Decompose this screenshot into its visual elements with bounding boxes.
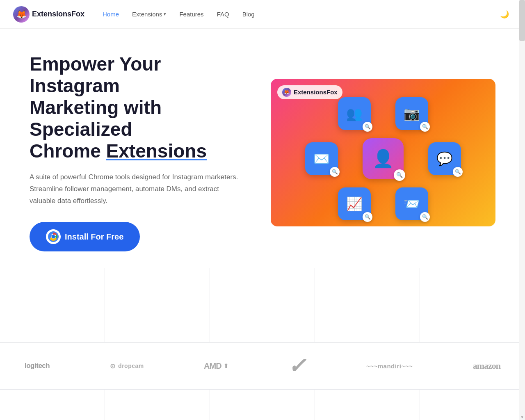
install-btn-label: Install For Free	[65, 232, 123, 242]
illustration-logo-icon: 🦊	[282, 88, 291, 97]
grid-cell-3	[210, 268, 315, 342]
logo-icon: 🦊	[13, 6, 30, 23]
extension-icons-wrapper: 👥 🔍 📷 🔍 ✉️ 🔍 👤 🔍	[271, 79, 495, 226]
chevron-down-icon: ▾	[164, 11, 166, 17]
hero-right: 🦊 ExtensionsFox 👥 🔍 📷 🔍	[271, 79, 495, 226]
scrollbar-thumb[interactable]	[519, 0, 525, 41]
chat-ext-icon: 💬 🔍	[428, 142, 461, 175]
logo-text: ExtensionsFox	[32, 10, 84, 18]
nav-link-faq[interactable]: FAQ	[212, 7, 234, 21]
brands-section: logitech ⊙ dropcam AMD ⬆ ✓ ~~~mandiri~~~…	[0, 342, 525, 389]
dm-ext-icon: ✉️ 🔍	[305, 142, 338, 175]
profile-center-ext-icon: 👤 🔍	[363, 138, 404, 179]
followers-ext-icon: 👥 🔍	[338, 97, 371, 130]
bottom-divider-grid	[0, 389, 525, 420]
bottom-grid-cell-1	[0, 390, 105, 420]
icons-row-2: ✉️ 🔍 👤 🔍 💬 🔍	[305, 138, 461, 179]
nav-logo[interactable]: 🦊 ExtensionsFox	[13, 6, 84, 23]
nav-item-features[interactable]: Features	[174, 11, 208, 18]
dark-mode-toggle[interactable]: 🌙	[497, 7, 512, 22]
brand-nike: ✓	[288, 355, 306, 377]
nav-item-extensions[interactable]: Extensions ▾	[127, 7, 171, 21]
navbar: 🦊 ExtensionsFox Home Extensions ▾ Featur…	[0, 0, 525, 29]
nav-link-extensions[interactable]: Extensions ▾	[127, 7, 171, 21]
chat-search-badge: 🔍	[453, 167, 463, 177]
brand-amazon: amazon	[473, 361, 500, 371]
analytics-ext-icon: 📈 🔍	[338, 187, 371, 220]
illustration-brand-text: ExtensionsFox	[294, 89, 338, 96]
bottom-grid-cell-4	[315, 390, 420, 420]
camera-ext-icon: 📷 🔍	[395, 97, 428, 130]
bottom-grid-cell-5	[420, 390, 525, 420]
hero-title: Empower Your Instagram Marketing with Sp…	[30, 53, 254, 162]
chrome-icon	[46, 229, 61, 244]
grid-cell-5	[420, 268, 525, 342]
icons-row-3: 📈 🔍 📨 🔍	[338, 187, 428, 220]
hero-left: Empower Your Instagram Marketing with Sp…	[30, 53, 254, 251]
send-ext-icon: 📨 🔍	[395, 187, 428, 220]
hero-illustration: 🦊 ExtensionsFox 👥 🔍 📷 🔍	[271, 79, 495, 226]
grid-cell-2	[105, 268, 210, 342]
dm-search-badge: 🔍	[330, 167, 340, 177]
section-divider-grid	[0, 268, 525, 342]
grid-cell-4	[315, 268, 420, 342]
nav-link-blog[interactable]: Blog	[237, 7, 260, 21]
analytics-search-badge: 🔍	[363, 212, 372, 222]
nav-item-blog[interactable]: Blog	[237, 11, 260, 18]
illustration-brand-label: 🦊 ExtensionsFox	[277, 85, 342, 99]
hero-subtitle: A suite of powerful Chrome tools designe…	[30, 171, 243, 207]
scrollbar[interactable]: ▲ ▼	[519, 0, 525, 420]
profile-search-badge: 🔍	[394, 169, 405, 181]
bottom-grid-cell-3	[210, 390, 315, 420]
svg-point-3	[52, 235, 55, 239]
hero-title-underline: Extensions	[106, 140, 207, 162]
grid-cell-1	[0, 268, 105, 342]
brand-logitech: logitech	[25, 362, 50, 370]
nav-item-home[interactable]: Home	[98, 11, 124, 18]
send-search-badge: 🔍	[420, 212, 430, 222]
nav-links: Home Extensions ▾ Features FAQ Blog	[98, 7, 260, 21]
nav-link-home[interactable]: Home	[98, 7, 124, 21]
brand-mandiri: ~~~mandiri~~~	[366, 363, 413, 370]
nav-item-faq[interactable]: FAQ	[212, 11, 234, 18]
hero-title-plain: Chrome	[30, 140, 101, 162]
followers-search-badge: 🔍	[363, 122, 372, 132]
camera-search-badge: 🔍	[420, 122, 430, 132]
brand-amd: AMD ⬆	[204, 361, 228, 371]
brand-dropcam: ⊙ dropcam	[110, 362, 144, 370]
icons-row-1: 👥 🔍 📷 🔍	[338, 97, 428, 130]
hero-section: Empower Your Instagram Marketing with Sp…	[16, 29, 509, 268]
nav-link-features[interactable]: Features	[174, 7, 208, 21]
scroll-down-arrow[interactable]: ▼	[519, 414, 525, 420]
bottom-grid-cell-2	[105, 390, 210, 420]
install-for-free-button[interactable]: Install For Free	[30, 222, 140, 251]
